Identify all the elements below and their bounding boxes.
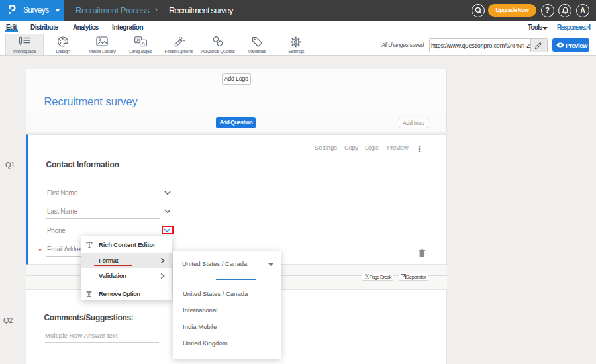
svg-text:A: A	[142, 40, 145, 46]
